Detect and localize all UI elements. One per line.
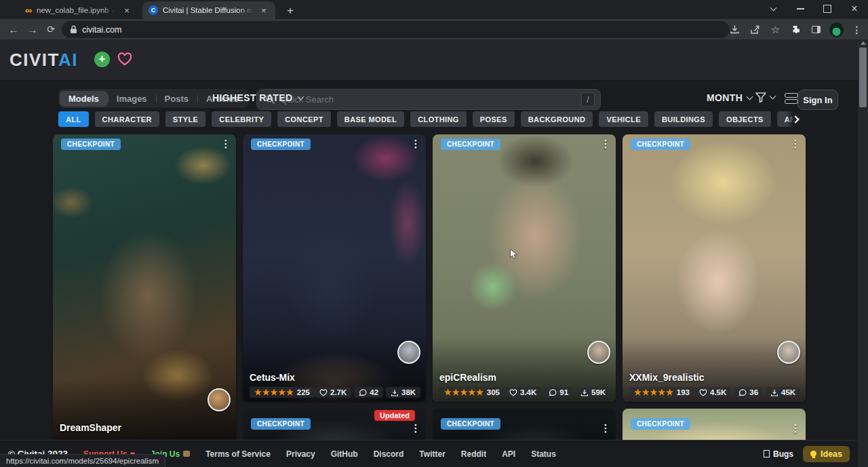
layout-toggle-icon[interactable]	[785, 93, 798, 104]
browser-menu-icon[interactable]	[850, 22, 864, 37]
extensions-puzzle-icon[interactable]	[789, 22, 803, 37]
card-stats: 305 3.4K 91 59K	[439, 387, 609, 398]
window-controls	[760, 0, 868, 18]
creator-avatar[interactable]	[587, 341, 610, 364]
browser-tab-colab[interactable]: new_colab_file.ipynb - Colaborat	[19, 1, 138, 19]
twitter-link[interactable]: Twitter	[419, 449, 445, 459]
address-bar[interactable]: civitai.com	[62, 21, 730, 38]
downloads-chip[interactable]: 38K	[386, 387, 420, 398]
close-icon[interactable]	[841, 0, 868, 18]
bugs-link[interactable]: Bugs	[764, 449, 793, 459]
sign-in-button[interactable]: Sign In	[797, 90, 838, 110]
chip-scroll-right-button[interactable]	[787, 111, 804, 128]
scrollbar-thumb[interactable]	[859, 48, 867, 107]
card-menu-icon[interactable]	[218, 136, 233, 151]
comments-chip[interactable]: 36	[734, 387, 763, 398]
category-chip-poses[interactable]: POSES	[473, 111, 515, 127]
bookmark-star-icon[interactable]	[768, 22, 783, 37]
category-chip-base-model[interactable]: BASE MODEL	[337, 111, 404, 127]
tab-close-icon[interactable]	[258, 5, 269, 16]
comments-chip[interactable]: 91	[544, 387, 573, 398]
browser-profile-avatar[interactable]	[829, 22, 844, 37]
category-chip-character[interactable]: CHARACTER	[95, 111, 159, 127]
likes-chip[interactable]: 3.4K	[505, 387, 541, 398]
discord-link[interactable]: Discord	[374, 449, 404, 459]
creator-avatar[interactable]	[208, 388, 231, 411]
star-icons	[254, 388, 294, 396]
likes-chip[interactable]: 4.5K	[694, 387, 731, 398]
category-chip-vehicle[interactable]: VEHICLE	[599, 111, 648, 127]
search-input[interactable]	[281, 94, 576, 105]
create-plus-button[interactable]	[94, 52, 110, 67]
card-menu-icon[interactable]	[598, 421, 613, 436]
tab-close-icon[interactable]	[121, 5, 132, 16]
category-chip-style[interactable]: STYLE	[165, 111, 205, 127]
side-panel-icon[interactable]	[809, 22, 823, 37]
model-card-epicrealism[interactable]: CHECKPOINT epiCRealism 305 3.4K 91 59K	[433, 134, 616, 402]
terms-link[interactable]: Terms of Service	[205, 449, 271, 459]
github-link[interactable]: GitHub	[331, 449, 358, 459]
support-heart-icon[interactable]	[117, 52, 133, 69]
reddit-link[interactable]: Reddit	[461, 449, 486, 459]
card-menu-icon[interactable]	[788, 136, 803, 151]
category-chip-concept[interactable]: CONCEPT	[277, 111, 331, 127]
download-icon[interactable]	[728, 22, 742, 37]
card-menu-icon[interactable]	[788, 421, 803, 436]
maximize-icon[interactable]	[814, 0, 841, 18]
page-scrollbar[interactable]	[858, 39, 868, 467]
ideas-button[interactable]: Ideas	[803, 446, 850, 462]
model-card-xxmix-9realistic[interactable]: CHECKPOINT XXMix_9realistic 193 4.5K 36 …	[623, 134, 806, 402]
browser-tab-civitai[interactable]: Civitai | Stable Diffusion models,	[142, 1, 275, 19]
back-icon[interactable]	[5, 21, 22, 37]
model-type-badge: CHECKPOINT	[251, 418, 311, 430]
card-stats: 193 4.5K 36 45K	[629, 387, 799, 398]
model-title: DreamShaper	[60, 422, 121, 433]
period-dropdown[interactable]: MONTH	[707, 92, 752, 103]
tab-search-icon[interactable]	[760, 0, 787, 18]
new-tab-button[interactable]	[282, 3, 298, 19]
civitai-logo[interactable]: CIVITAI	[9, 50, 78, 70]
category-chip-buildings[interactable]: BUILDINGS	[654, 111, 713, 127]
model-title: XXMix_9realistic	[629, 372, 705, 383]
forward-icon[interactable]	[24, 21, 41, 37]
model-type-badge: CHECKPOINT	[631, 138, 690, 150]
downloads-chip[interactable]: 45K	[766, 387, 800, 398]
card-menu-icon[interactable]	[598, 136, 613, 151]
category-chip-objects[interactable]: OBJECTS	[719, 111, 771, 127]
sort-dropdown[interactable]: HIGHEST RATED	[212, 92, 303, 103]
chevron-down-icon	[297, 93, 304, 100]
category-chip-celebrity[interactable]: CELEBRITY	[212, 111, 271, 127]
scroll-up-arrow[interactable]	[861, 41, 866, 45]
privacy-link[interactable]: Privacy	[286, 449, 315, 459]
heart-icon	[509, 389, 517, 396]
tab-images[interactable]: Images	[108, 91, 156, 107]
download-icon	[391, 389, 399, 396]
chevron-down-icon	[770, 92, 776, 99]
model-card-cetus-mix[interactable]: CHECKPOINT Cetus-Mix 225 2.7K 42 38K	[243, 134, 426, 402]
minimize-icon[interactable]	[787, 0, 814, 18]
model-card-dreamshaper[interactable]: CHECKPOINT DreamShaper	[53, 134, 236, 444]
rating-count: 193	[677, 388, 690, 396]
likes-chip[interactable]: 2.7K	[315, 387, 351, 398]
comments-chip[interactable]: 42	[354, 387, 383, 398]
card-menu-icon[interactable]	[408, 136, 423, 151]
api-link[interactable]: API	[502, 449, 515, 459]
reload-icon[interactable]	[43, 21, 59, 37]
status-link[interactable]: Status	[531, 449, 556, 459]
category-chip-clothing[interactable]: CLOTHING	[410, 111, 467, 127]
card-stats: 225 2.7K 42 38K	[250, 387, 419, 398]
downloads-chip[interactable]: 59K	[576, 387, 610, 398]
category-chip-all[interactable]: ALL	[58, 111, 89, 127]
model-type-badge: CHECKPOINT	[61, 138, 121, 150]
filter-button[interactable]	[755, 91, 775, 103]
card-menu-icon[interactable]	[408, 421, 423, 436]
share-icon[interactable]	[748, 22, 762, 37]
tab-models[interactable]: Models	[60, 91, 108, 107]
creator-avatar[interactable]	[777, 341, 800, 364]
star-icons	[634, 388, 674, 396]
tab-posts[interactable]: Posts	[156, 91, 197, 107]
quick-search-bar[interactable]: /	[256, 89, 601, 110]
civitai-favicon	[149, 5, 158, 15]
category-chip-background[interactable]: BACKGROUND	[521, 111, 593, 127]
creator-avatar[interactable]	[397, 341, 420, 364]
